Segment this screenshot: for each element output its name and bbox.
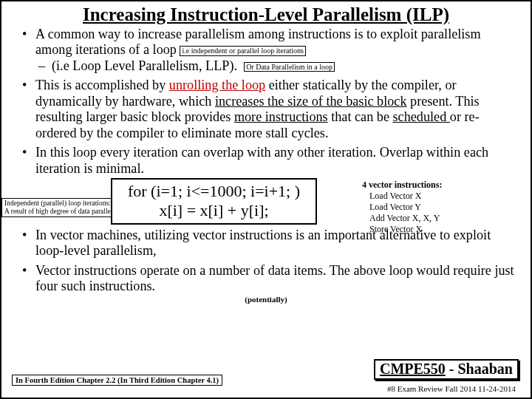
note-potentially: (potentially) bbox=[15, 295, 517, 304]
code-loop: for (i=1; i<=1000; i=i+1; ) x[i] = x[i] … bbox=[111, 178, 317, 225]
link-unrolling: unrolling the loop bbox=[169, 78, 265, 92]
heading: 4 vector instructions: bbox=[362, 180, 442, 191]
list-item: Add Vector X, X, Y bbox=[369, 213, 442, 224]
chapter-reference: In Fourth Edition Chapter 2.2 (In Third … bbox=[12, 375, 222, 386]
bullet-5: Vector instructions operate on a number … bbox=[15, 263, 517, 295]
sub-bullet-llp: – (i.e Loop Level Parallelism, LLP). Or … bbox=[35, 58, 517, 74]
bullet-list: A common way to increase parallelism amo… bbox=[15, 27, 517, 177]
bullet-1: A common way to increase parallelism amo… bbox=[15, 27, 517, 74]
bullet-4: In vector machines, utilizing vector ins… bbox=[15, 228, 517, 259]
list-item: Load Vector X bbox=[369, 191, 442, 202]
bullet-2: This is accomplished by unrolling the lo… bbox=[15, 78, 517, 141]
code-line: for (i=1; i<=1000; i=i+1; ) bbox=[120, 182, 308, 200]
bullet-list-2: In vector machines, utilizing vector ins… bbox=[15, 228, 517, 295]
slide: Increasing Instruction-Level Parallelism… bbox=[0, 0, 532, 399]
note-vector-instructions: 4 vector instructions: Load Vector X Loa… bbox=[362, 180, 442, 235]
course-code: CMPE550 bbox=[380, 361, 446, 377]
slide-footer: #8 Exam Review Fall 2014 11-24-2014 bbox=[387, 384, 516, 393]
dash-icon: – bbox=[38, 58, 45, 74]
list-item: Load Vector Y bbox=[369, 202, 442, 213]
text-underline: increases the size of the basic block bbox=[215, 94, 407, 109]
author-name: Shaaban bbox=[458, 361, 514, 377]
bullet-3: In this loop every iteration can overlap… bbox=[15, 145, 517, 177]
text: (i.e Loop Level Parallelism, LLP). bbox=[52, 58, 237, 73]
text: that can be bbox=[328, 109, 393, 124]
slide-title: Increasing Instruction-Level Parallelism… bbox=[15, 4, 517, 25]
text-underline: scheduled bbox=[393, 109, 450, 124]
text-underline: more instructions bbox=[234, 109, 328, 124]
code-line: x[i] = x[i] + y[i]; bbox=[120, 201, 308, 219]
annotation-data-parallelism: Or Data Parallelism in a loop bbox=[244, 62, 335, 72]
text: - bbox=[446, 361, 458, 377]
course-badge: CMPE550 - Shaaban bbox=[374, 359, 519, 380]
annotation-independent-iterations: i.e independent or parallel loop iterati… bbox=[180, 46, 305, 56]
text: This is accomplished by bbox=[35, 78, 169, 92]
